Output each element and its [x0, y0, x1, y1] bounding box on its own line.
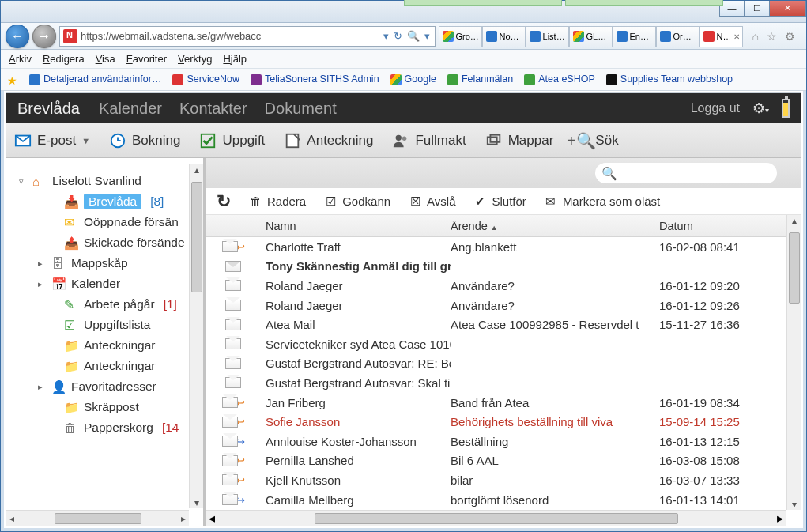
tree-item-unread[interactable]: ✉Oöppnade försän: [16, 212, 200, 232]
favorite-link[interactable]: Atea eSHOP: [524, 74, 595, 85]
favorite-link[interactable]: Detaljerad användarinfor…: [29, 74, 161, 85]
app-nav-dokument[interactable]: Dokument: [265, 100, 337, 117]
message-row[interactable]: Atea Mail Atea Case 100992985 - Reservde…: [206, 315, 786, 334]
message-row[interactable]: Servicetekniker syd Atea Case 101033941 …: [206, 334, 786, 354]
app-brand[interactable]: Brevlåda: [17, 100, 80, 118]
list-horizontal-scrollbar[interactable]: ◂▸: [206, 510, 786, 526]
message-row[interactable]: Gustaf Bergstrand Autosvar: Skal till iP…: [206, 373, 786, 393]
addr-dropdown-icon[interactable]: ▾: [383, 30, 389, 42]
toolbar-mappar[interactable]: Mappar: [485, 132, 554, 149]
toolbar-bokning[interactable]: Bokning: [109, 132, 180, 149]
menu-redigera[interactable]: Redigera: [43, 53, 85, 65]
menu-visa[interactable]: Visa: [96, 53, 115, 65]
sidebar-vertical-scrollbar[interactable]: ▴▾: [189, 164, 203, 508]
envelope-icon: [225, 358, 241, 369]
message-row[interactable]: Tony Skännestig Anmäl dig till gratis se…: [206, 257, 786, 277]
url-input[interactable]: [81, 30, 379, 42]
favorites-star-icon[interactable]: ☆: [767, 30, 777, 43]
add-favorite-icon[interactable]: ★: [7, 74, 18, 85]
action-accept[interactable]: ☑Godkänn: [323, 194, 390, 209]
refresh-icon[interactable]: ↻: [394, 30, 402, 42]
message-row[interactable]: Roland JaegerAnvändare?16-01-12 09:26: [206, 296, 786, 315]
message-row[interactable]: Gustaf Bergstrand Autosvar: RE: Beställn…: [206, 354, 786, 374]
decline-icon: ☒: [408, 194, 422, 209]
browser-tab[interactable]: List…: [526, 26, 569, 47]
tree-item-work[interactable]: ✎Arbete pågår[1]: [16, 294, 200, 315]
browser-menu-bar: ArkivRedigeraVisaFavoriterVerktygHjälp: [1, 50, 806, 69]
favorite-icon: [172, 74, 183, 85]
nav-forward-button[interactable]: →: [32, 25, 56, 48]
tree-root[interactable]: ▿⌂Liselott Svanlind: [16, 171, 200, 191]
favorite-link[interactable]: ServiceNow: [172, 74, 239, 85]
menu-favoriter[interactable]: Favoriter: [126, 53, 167, 65]
menu-hjälp[interactable]: Hjälp: [223, 53, 247, 65]
message-row[interactable]: ↩Pernilla LanshedBil 6 AAL16-03-08 15:08: [206, 451, 786, 471]
menu-arkiv[interactable]: Arkiv: [9, 53, 32, 65]
action-decline[interactable]: ☒Avslå: [408, 194, 455, 209]
toolbar-e-post[interactable]: E-post ▼: [14, 132, 90, 149]
favorite-link[interactable]: Felanmälan: [447, 74, 513, 85]
browser-tab[interactable]: Or…: [656, 26, 700, 47]
search-dropdown-icon[interactable]: ▾: [424, 30, 430, 42]
message-row[interactable]: ↩Jan FribergBand från Atea16-01-19 08:34: [206, 393, 786, 413]
tree-item-cal[interactable]: ▸📅Kalender: [16, 274, 200, 294]
message-row[interactable]: ↩Charlotte TraffAng.blankett16-02-08 08:…: [206, 237, 786, 257]
column-header-subject[interactable]: Ärende▲: [451, 220, 654, 232]
window-close-button[interactable]: ✕: [770, 1, 806, 17]
nav-back-button[interactable]: ←: [6, 25, 29, 48]
message-row[interactable]: ↪Camilla Mellbergbortglömt lösenord16-01…: [206, 490, 786, 510]
favorite-link[interactable]: TeliaSonera SITHS Admin: [251, 74, 379, 85]
sidebar-horizontal-scrollbar[interactable]: ◂▸: [6, 510, 189, 526]
browser-tab[interactable]: N…✕: [700, 26, 743, 47]
browser-tab[interactable]: En…: [613, 26, 656, 47]
tree-item-folder[interactable]: 📁Anteckningar: [16, 356, 200, 376]
action-complete[interactable]: ✔Slutför: [473, 194, 526, 209]
browser-tab[interactable]: GL…: [569, 26, 613, 47]
tree-item-cab[interactable]: ▸🗄Mappskåp: [16, 253, 200, 274]
browser-tab[interactable]: No…: [482, 26, 526, 47]
refresh-button[interactable]: ↻: [217, 191, 231, 212]
message-subject: Beställning: [451, 435, 654, 448]
message-subject: Autosvar: Skal till iPad Mini 2: [364, 376, 451, 390]
toolbar-uppgift[interactable]: Uppgift: [199, 132, 265, 149]
tree-item-contacts[interactable]: ▸👤Favoritadresser: [16, 376, 200, 397]
tree-item-inbox[interactable]: 📥Brevlåda[8]: [16, 191, 200, 212]
home-icon[interactable]: ⌂: [752, 30, 759, 43]
envelope-icon: [225, 377, 241, 388]
tree-item-folder[interactable]: 📁Skräppost: [16, 397, 200, 417]
message-row[interactable]: Roland JaegerAnvändare?16-01-12 09:20: [206, 276, 786, 296]
action-unread[interactable]: ✉Markera som oläst: [544, 194, 660, 209]
tree-item-folder[interactable]: 📁Anteckningar: [16, 335, 200, 356]
window-maximize-button[interactable]: ☐: [745, 1, 770, 17]
message-row[interactable]: ↩Kjell Knutssonbilar16-03-07 13:33: [206, 470, 786, 490]
address-bar[interactable]: ▾ ↻ 🔍 ▾: [59, 26, 436, 47]
list-vertical-scrollbar[interactable]: ▴▾: [786, 215, 801, 510]
tab-close-icon[interactable]: ✕: [733, 32, 740, 41]
app-nav-kalender[interactable]: Kalender: [99, 100, 162, 117]
favorite-icon: [29, 74, 40, 85]
favorite-link[interactable]: Google: [390, 74, 436, 85]
tools-gear-icon[interactable]: ⚙: [785, 30, 795, 43]
favorite-link[interactable]: Supplies Team webbshop: [606, 74, 733, 85]
tree-item-trash[interactable]: 🗑Papperskorg[14: [16, 417, 200, 438]
search-icon[interactable]: 🔍: [407, 30, 420, 42]
accept-icon: ☑: [323, 194, 338, 209]
count-badge: [8]: [150, 194, 164, 209]
settings-gear-icon[interactable]: ⚙▾: [752, 100, 769, 117]
logout-link[interactable]: Logga ut: [691, 101, 740, 115]
toolbar-anteckning[interactable]: Anteckning: [284, 132, 373, 149]
message-row[interactable]: ↪Annlouise Koster-JohanssonBeställning16…: [206, 432, 786, 451]
app-nav-kontakter[interactable]: Kontakter: [179, 100, 247, 117]
toolbar-fullmakt[interactable]: Fullmakt: [392, 132, 466, 149]
action-trash[interactable]: 🗑Radera: [248, 194, 306, 209]
tree-item-task[interactable]: ☑Uppgiftslista: [16, 315, 200, 335]
toolbar-sök[interactable]: +🔍Sök: [572, 132, 618, 149]
column-header-name[interactable]: Namn: [261, 220, 451, 232]
menu-verktyg[interactable]: Verktyg: [178, 53, 212, 65]
message-row[interactable]: ↩Sofie JanssonBehörighets beställning ti…: [206, 412, 786, 432]
tree-item-sent[interactable]: 📤Skickade försände: [16, 232, 200, 253]
envelope-icon: [222, 436, 238, 447]
browser-tab[interactable]: Gro…: [439, 26, 482, 47]
column-header-date[interactable]: Datum: [654, 220, 801, 232]
message-search-input[interactable]: 🔍: [595, 163, 777, 183]
